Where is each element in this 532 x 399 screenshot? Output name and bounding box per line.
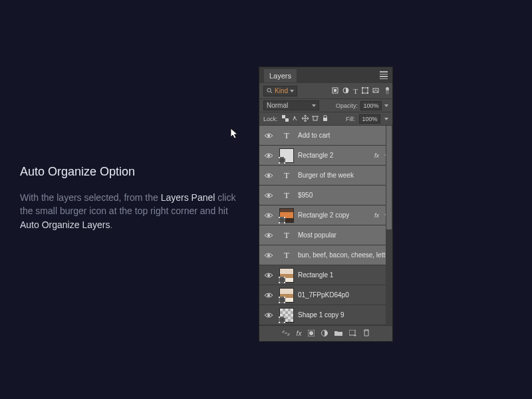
layer-name[interactable]: Most popular [298, 231, 392, 239]
layer-row[interactable]: TMost popular [259, 225, 392, 245]
opacity-value[interactable]: 100% [360, 101, 382, 110]
visibility-toggle[interactable] [262, 272, 275, 279]
svg-rect-39 [279, 277, 280, 278]
svg-rect-46 [279, 297, 280, 298]
lock-position-icon[interactable] [302, 115, 309, 123]
visibility-toggle[interactable] [262, 132, 275, 139]
fx-badge: fx [374, 152, 379, 159]
layers-panel: Layers Kind T Normal Opacity: 100% Lock: [259, 66, 393, 342]
svg-rect-56 [284, 322, 285, 323]
lock-row: Lock: Fill: 100% [259, 112, 392, 126]
layer-name[interactable]: Shape 1 copy 9 [298, 311, 392, 319]
svg-rect-8 [362, 92, 363, 94]
filter-pixel-icon[interactable] [332, 87, 338, 95]
text-layer-icon: T [279, 248, 294, 263]
adjustment-icon[interactable] [321, 330, 328, 338]
layer-row[interactable]: Rectangle 2fx [259, 146, 392, 166]
svg-rect-11 [282, 115, 285, 118]
svg-rect-48 [279, 302, 280, 303]
group-icon[interactable] [334, 330, 342, 338]
svg-rect-23 [279, 162, 280, 164]
kind-dropdown[interactable]: Kind [263, 86, 297, 96]
fill-value[interactable]: 100% [359, 114, 380, 124]
svg-rect-7 [367, 87, 368, 88]
svg-point-27 [267, 214, 270, 217]
svg-point-58 [309, 331, 313, 335]
svg-rect-5 [362, 88, 368, 93]
filter-smart-icon[interactable] [372, 87, 379, 95]
link-layers-icon[interactable] [282, 330, 290, 338]
fx-badge: fx [374, 212, 379, 219]
visibility-toggle[interactable] [262, 152, 275, 159]
layer-name[interactable]: $950 [298, 192, 392, 199]
svg-rect-12 [285, 118, 289, 122]
svg-line-1 [270, 91, 272, 93]
shape-thumbnail [279, 148, 294, 163]
lock-all-icon[interactable] [322, 115, 329, 123]
visibility-toggle[interactable] [262, 192, 275, 199]
layer-row[interactable]: T$950 [259, 186, 392, 205]
visibility-toggle[interactable] [262, 212, 275, 219]
instruction-body: With the layers selected, from the Layer… [20, 191, 239, 231]
opacity-label: Opacity: [336, 102, 358, 109]
filter-shape-icon[interactable] [362, 87, 368, 95]
new-layer-icon[interactable] [349, 330, 356, 338]
visibility-toggle[interactable] [262, 252, 275, 259]
svg-rect-55 [279, 322, 280, 323]
mask-icon[interactable] [308, 330, 315, 338]
trash-icon[interactable] [363, 329, 370, 338]
lock-image-icon[interactable] [292, 115, 299, 123]
text-layer-icon: T [279, 188, 294, 203]
layer-name[interactable]: 01_7FPpKD64p0 [298, 291, 392, 299]
layer-row[interactable]: TAdd to cart [259, 126, 392, 146]
panel-menu-icon[interactable] [380, 70, 388, 80]
filter-adjustment-icon[interactable] [342, 87, 349, 95]
panel-footer: fx [259, 325, 392, 341]
svg-rect-16 [323, 118, 327, 121]
layer-row[interactable]: Tbun, beef, bacon, cheese, lettuc... [259, 245, 392, 265]
layer-name[interactable]: Rectangle 2 [298, 152, 370, 159]
image-thumbnail [279, 268, 294, 283]
text-layer-icon: T [279, 128, 294, 143]
fill-caret[interactable] [384, 118, 388, 120]
lock-transparency-icon[interactable] [282, 115, 289, 123]
scrollbar-thumb[interactable] [386, 126, 392, 229]
svg-rect-49 [284, 302, 285, 303]
layer-name[interactable]: Rectangle 2 copy [298, 211, 370, 219]
fx-icon[interactable]: fx [297, 330, 302, 337]
cursor-icon [230, 128, 239, 142]
layer-name[interactable]: Burger of the week [298, 172, 392, 179]
image-thumbnail [279, 208, 294, 223]
svg-rect-42 [284, 282, 285, 283]
layer-row[interactable]: 01_7FPpKD64p0 [259, 285, 392, 305]
visibility-toggle[interactable] [262, 172, 275, 179]
filter-toggle[interactable] [386, 88, 389, 94]
blend-mode-dropdown[interactable]: Normal [263, 100, 319, 110]
filter-type-icon[interactable]: T [353, 87, 358, 95]
svg-rect-47 [284, 297, 285, 298]
svg-rect-21 [279, 157, 280, 158]
scrollbar[interactable] [386, 126, 392, 325]
instruction-title: Auto Organize Option [20, 165, 239, 179]
svg-rect-54 [284, 317, 285, 318]
svg-rect-6 [362, 87, 363, 88]
layer-name[interactable]: bun, beef, bacon, cheese, lettuc... [298, 251, 392, 259]
layer-row[interactable]: Rectangle 1 [259, 265, 392, 285]
lock-artboard-icon[interactable] [312, 115, 319, 123]
svg-rect-40 [284, 277, 285, 278]
svg-rect-31 [284, 217, 285, 218]
layer-row[interactable]: Shape 1 copy 9 [259, 305, 392, 325]
svg-rect-33 [284, 222, 285, 223]
fill-label: Fill: [346, 116, 355, 122]
svg-point-26 [267, 194, 270, 197]
visibility-toggle[interactable] [262, 312, 275, 319]
opacity-caret[interactable] [384, 104, 388, 107]
visibility-toggle[interactable] [262, 292, 275, 299]
layer-row[interactable]: Rectangle 2 copyfx [259, 205, 392, 225]
layer-name[interactable]: Add to cart [298, 132, 392, 139]
svg-point-50 [267, 314, 270, 317]
layers-tab[interactable]: Layers [264, 69, 297, 82]
layer-row[interactable]: TBurger of the week [259, 166, 392, 186]
visibility-toggle[interactable] [262, 232, 275, 239]
layer-name[interactable]: Rectangle 1 [298, 271, 392, 279]
